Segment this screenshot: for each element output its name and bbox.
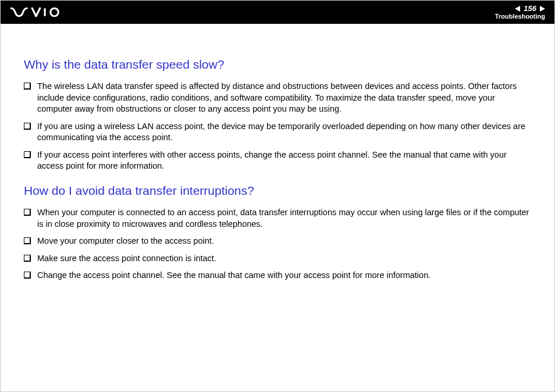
list-item: When your computer is connected to an ac…: [24, 207, 531, 230]
section-title: Troubleshooting: [495, 13, 545, 20]
bullet-icon: [24, 83, 30, 89]
page-header: 156 Troubleshooting: [1, 1, 554, 24]
page-navigation: 156: [515, 5, 545, 12]
nav-next-icon[interactable]: [540, 6, 545, 12]
list-item: Move your computer closer to the access …: [24, 236, 531, 247]
bullet-icon: [24, 209, 30, 215]
question-heading: How do I avoid data transfer interruptio…: [24, 184, 531, 198]
page-number: 156: [522, 5, 538, 12]
page-content: Why is the data transfer speed slow? The…: [1, 24, 554, 305]
bullet-icon: [24, 237, 30, 244]
bullet-icon: [24, 272, 30, 278]
list-item: Change the access point channel. See the…: [24, 270, 531, 281]
svg-point-1: [51, 8, 59, 16]
list-item: If you are using a wireless LAN access p…: [24, 121, 531, 144]
answer-list: When your computer is connected to an ac…: [24, 207, 531, 281]
answer-list: The wireless LAN data transfer speed is …: [24, 81, 531, 172]
vaio-logo: [10, 7, 62, 17]
svg-rect-0: [44, 8, 46, 16]
bullet-icon: [24, 255, 30, 261]
nav-prev-icon[interactable]: [515, 6, 520, 12]
bullet-icon: [24, 151, 30, 158]
bullet-icon: [24, 123, 30, 129]
list-item: If your access point interferes with oth…: [24, 149, 531, 172]
list-item: The wireless LAN data transfer speed is …: [24, 81, 531, 115]
question-heading: Why is the data transfer speed slow?: [24, 58, 531, 72]
list-item: Make sure the access point connection is…: [24, 253, 531, 265]
